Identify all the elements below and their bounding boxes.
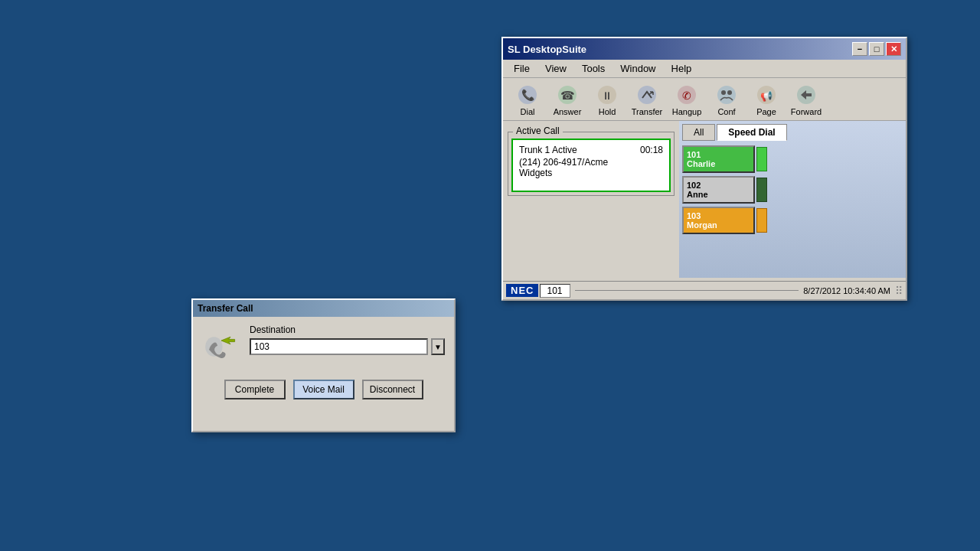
hold-label: Hold (599, 107, 616, 116)
call-box: Trunk 1 Active 00:18 (214) 206-4917/Acme… (511, 139, 671, 192)
tab-speed-dial[interactable]: Speed Dial (717, 124, 786, 141)
menu-file[interactable]: File (506, 61, 537, 76)
dialog-body: Destination ▼ (193, 317, 454, 370)
call-phone: (214) 206-4917/Acme (519, 157, 663, 168)
svg-point-11 (727, 90, 732, 95)
sd-102-indicator (756, 178, 767, 202)
dial-button[interactable]: 📞 Dial (509, 81, 546, 118)
hangup-label: Hangup (672, 107, 702, 116)
svg-text:📢: 📢 (760, 90, 773, 103)
minimize-button[interactable]: − (852, 42, 867, 56)
forward-icon (794, 83, 818, 107)
list-item: 102 Anne (682, 176, 903, 204)
transfer-arrow-icon (202, 328, 240, 359)
menu-view[interactable]: View (537, 61, 574, 76)
maximize-button[interactable]: □ (869, 42, 884, 56)
speed-dial-list: 101 Charlie 102 Anne (682, 145, 903, 234)
hold-icon: ⏸ (595, 83, 619, 107)
dialog-buttons: Complete Voice Mail Disconnect (193, 373, 454, 406)
hangup-icon: ✆ (675, 83, 699, 107)
svg-text:📞: 📞 (521, 89, 535, 102)
list-item: 101 Charlie (682, 145, 903, 173)
sd-103-indicator (756, 208, 767, 233)
sd-102-name: Anne (687, 190, 750, 199)
page-icon: 📢 (754, 83, 779, 107)
menu-tools[interactable]: Tools (574, 61, 612, 76)
tab-bar: All Speed Dial (682, 124, 903, 141)
menu-window[interactable]: Window (612, 61, 663, 76)
active-call-panel: Active Call Trunk 1 Active 00:18 (214) 2… (503, 121, 679, 278)
status-spacer (575, 290, 799, 291)
transfer-icon (635, 83, 659, 107)
main-content: Active Call Trunk 1 Active 00:18 (214) 2… (503, 121, 906, 278)
call-timer: 00:18 (640, 145, 663, 155)
forward-button[interactable]: Forward (788, 81, 825, 118)
call-company: Widgets (519, 168, 663, 178)
sd-103-name: Morgan (687, 220, 750, 230)
svg-text:✆: ✆ (682, 90, 691, 102)
status-bar: NEC 101 8/27/2012 10:34:40 AM ⠿ (503, 281, 906, 299)
speed-dial-102[interactable]: 102 Anne (682, 176, 755, 204)
sd-101-indicator (756, 147, 767, 171)
speed-dial-103[interactable]: 103 Morgan (682, 207, 755, 234)
extension-display: 101 (540, 284, 570, 298)
disconnect-button[interactable]: Disconnect (362, 380, 423, 399)
menu-help[interactable]: Help (664, 61, 700, 76)
tab-all[interactable]: All (682, 124, 715, 141)
list-item: 103 Morgan (682, 207, 903, 234)
answer-label: Answer (554, 107, 582, 116)
dial-icon: 📞 (515, 83, 540, 107)
sd-101-name: Charlie (687, 159, 750, 168)
svg-point-10 (721, 90, 726, 95)
hold-button[interactable]: ⏸ Hold (589, 81, 626, 118)
right-panel: All Speed Dial 101 Charlie (679, 121, 906, 278)
title-bar-buttons: − □ ✕ (852, 42, 901, 56)
call-header: Trunk 1 Active 00:18 (519, 145, 663, 155)
title-bar: SL DesktopSuite − □ ✕ (503, 38, 906, 60)
svg-text:☎: ☎ (560, 89, 575, 102)
call-trunk: Trunk 1 Active (519, 145, 577, 155)
dialog-fields: Destination ▼ (250, 324, 445, 355)
active-call-label: Active Call (513, 126, 563, 136)
forward-label: Forward (791, 107, 822, 116)
dial-label: Dial (521, 107, 535, 116)
destination-input-row: ▼ (250, 338, 445, 355)
dialog-title: Transfer Call (198, 303, 253, 314)
destination-dropdown-arrow[interactable]: ▼ (431, 338, 445, 355)
main-app-window: SL DesktopSuite − □ ✕ File View Tools Wi… (501, 37, 907, 301)
answer-button[interactable]: ☎ Answer (549, 81, 586, 118)
destination-input[interactable] (250, 338, 428, 355)
conf-icon (714, 83, 739, 107)
menu-bar: File View Tools Window Help (503, 60, 906, 78)
page-button[interactable]: 📢 Page (748, 81, 785, 118)
conf-label: Conf (717, 107, 735, 116)
sd-101-num: 101 (687, 150, 750, 159)
transfer-label: Transfer (632, 107, 663, 116)
destination-label: Destination (250, 324, 445, 335)
sd-102-num: 102 (687, 181, 750, 190)
close-button[interactable]: ✕ (886, 42, 901, 56)
resize-grip-icon: ⠿ (895, 285, 903, 297)
speed-dial-101[interactable]: 101 Charlie (682, 145, 755, 173)
transfer-dialog-icon (202, 324, 240, 363)
hangup-button[interactable]: ✆ Hangup (668, 81, 705, 118)
datetime-display: 8/27/2012 10:34:40 AM (803, 286, 893, 295)
answer-icon: ☎ (555, 83, 580, 107)
svg-text:⏸: ⏸ (602, 90, 612, 102)
nec-logo: NEC (506, 284, 538, 297)
transfer-call-dialog: Transfer Call Destination ▼ Complete Voi… (191, 298, 456, 432)
dialog-title-bar: Transfer Call (193, 300, 454, 317)
toolbar: 📞 Dial ☎ Answer ⏸ Hold Transfer (503, 78, 906, 121)
sd-103-num: 103 (687, 211, 750, 220)
svg-point-9 (717, 86, 736, 104)
conf-button[interactable]: Conf (708, 81, 745, 118)
app-title: SL DesktopSuite (508, 44, 586, 55)
transfer-button[interactable]: Transfer (629, 81, 665, 118)
voicemail-button[interactable]: Voice Mail (293, 380, 354, 399)
page-label: Page (756, 107, 776, 116)
complete-button[interactable]: Complete (224, 380, 286, 399)
